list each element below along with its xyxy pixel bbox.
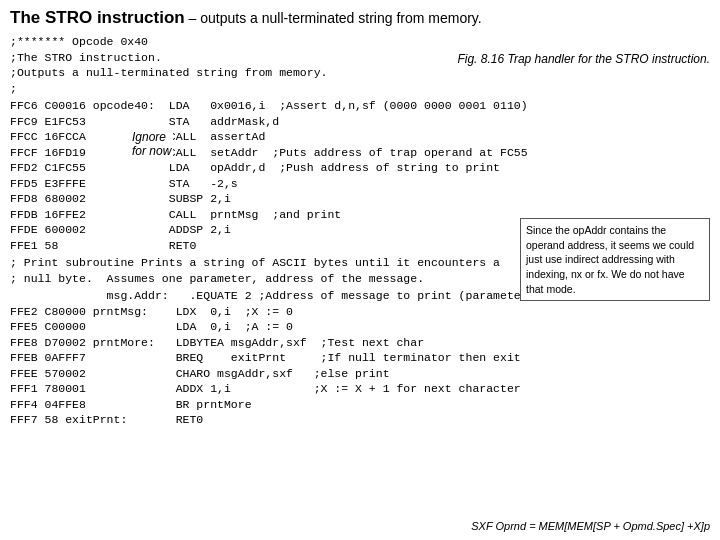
fig-note: Fig. 8.16 Trap handler for the STRO inst…: [457, 52, 710, 66]
page-container: The STRO instruction – outputs a null-te…: [0, 0, 720, 540]
page-title: The STRO instruction – outputs a null-te…: [10, 8, 710, 28]
code-line: FFE5 C00000 LDA 0,i ;A := 0: [10, 319, 710, 335]
bottom-code-block: FFE2 C80000 prntMsg: LDX 0,i ;X := 0FFE5…: [10, 304, 710, 428]
code-line: FFEE 570002 CHARO msgAddr,sxf ;else prin…: [10, 366, 710, 382]
comment-line: ;Outputs a null-terminated string from m…: [10, 65, 710, 81]
code-line: FFE8 D70002 prntMore: LDBYTEA msgAddr,sx…: [10, 335, 710, 351]
code-line: FFF7 58 exitPrnt: RET0: [10, 412, 710, 428]
bottom-note: SXF Oprnd = MEM[MEM[SP + Opmd.Spec] +X]p: [471, 520, 710, 532]
code-line: FFD5 E3FFFE STA -2,s: [10, 176, 710, 192]
title-bold: The STRO instruction: [10, 8, 185, 27]
code-line: FFD2 C1FC55 LDA opAddr,d ;Push address o…: [10, 160, 710, 176]
title-normal: – outputs a null-terminated string from …: [185, 10, 482, 26]
code-line: FFCC 16FCCA CALL assertAd: [10, 129, 710, 145]
code-line: FFD8 680002 SUBSP 2,i: [10, 191, 710, 207]
comment-line: ;: [10, 81, 710, 97]
code-line: FFEB 0AFFF7 BREQ exitPrnt ;If null termi…: [10, 350, 710, 366]
code-line: FFCF 16FD19 CALL setAddr ;Puts address o…: [10, 145, 710, 161]
ignore-for-now-note: Ignore for now: [130, 130, 173, 158]
code-line: FFC9 E1FC53 STA addrMask,d: [10, 114, 710, 130]
code-line: FFF4 04FFE8 BR prntMore: [10, 397, 710, 413]
comment-line: ;******* Opcode 0x40: [10, 34, 710, 50]
code-line: FFE2 C80000 prntMsg: LDX 0,i ;X := 0: [10, 304, 710, 320]
code-line: FFF1 780001 ADDX 1,i ;X := X + 1 for nex…: [10, 381, 710, 397]
code-line: FFC6 C00016 opcode40: LDA 0x0016,i ;Asse…: [10, 98, 710, 114]
callout-box: Since the opAddr contains the operand ad…: [520, 218, 710, 301]
